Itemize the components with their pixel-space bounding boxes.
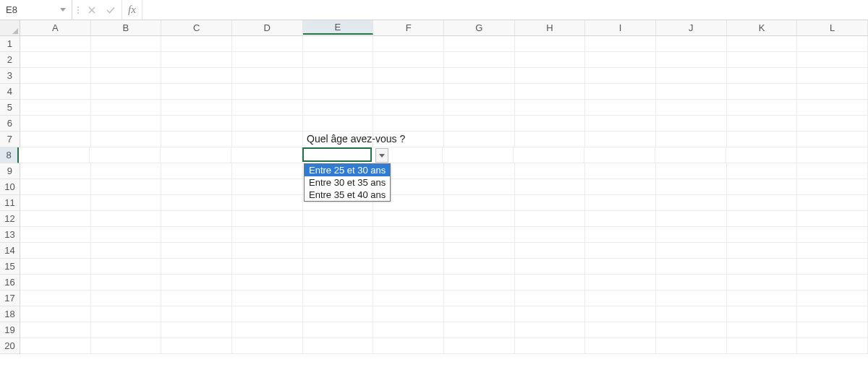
- row-header-14[interactable]: 14: [0, 243, 20, 259]
- row-header-15[interactable]: 15: [0, 259, 20, 275]
- cell-D3[interactable]: [232, 68, 303, 84]
- cell-I6[interactable]: [585, 116, 656, 132]
- column-header-c[interactable]: C: [161, 20, 232, 35]
- row-header-6[interactable]: 6: [0, 116, 20, 132]
- cell-E8[interactable]: [302, 147, 372, 162]
- cell-J16[interactable]: [656, 275, 727, 291]
- cell-A18[interactable]: [20, 306, 91, 322]
- cell-J4[interactable]: [656, 84, 727, 100]
- cell-G4[interactable]: [444, 84, 515, 100]
- cell-I18[interactable]: [585, 306, 656, 322]
- cell-G1[interactable]: [444, 36, 515, 52]
- cell-C11[interactable]: [161, 195, 232, 211]
- cell-D7[interactable]: [232, 132, 303, 147]
- cell-K8[interactable]: [726, 147, 797, 163]
- cell-I8[interactable]: [584, 147, 655, 163]
- cell-K20[interactable]: [727, 338, 798, 354]
- cell-L5[interactable]: [797, 100, 868, 116]
- cell-K6[interactable]: [727, 116, 798, 132]
- cell-K11[interactable]: [727, 195, 798, 211]
- cell-I10[interactable]: [585, 179, 656, 195]
- cell-C5[interactable]: [161, 100, 232, 116]
- dropdown-option-1[interactable]: Entre 30 et 35 ans: [305, 176, 390, 189]
- row-header-16[interactable]: 16: [0, 275, 20, 291]
- cell-G16[interactable]: [444, 275, 515, 291]
- cell-H8[interactable]: [514, 147, 584, 163]
- cell-A9[interactable]: [20, 163, 91, 179]
- cell-K7[interactable]: [727, 132, 798, 147]
- cell-I11[interactable]: [585, 195, 656, 211]
- cell-C15[interactable]: [161, 259, 232, 275]
- cell-A3[interactable]: [20, 68, 91, 84]
- cell-C1[interactable]: [161, 36, 232, 52]
- cell-D10[interactable]: [232, 179, 303, 195]
- cell-F3[interactable]: [373, 68, 444, 84]
- cell-J10[interactable]: [656, 179, 727, 195]
- cell-I2[interactable]: [585, 52, 656, 68]
- cell-F5[interactable]: [373, 100, 444, 116]
- cell-F14[interactable]: [373, 243, 444, 259]
- cell-D4[interactable]: [232, 84, 303, 100]
- column-header-d[interactable]: D: [232, 20, 303, 35]
- cell-I16[interactable]: [585, 275, 656, 291]
- cell-F20[interactable]: [373, 338, 444, 354]
- row-header-12[interactable]: 12: [0, 211, 20, 227]
- cell-C16[interactable]: [161, 275, 232, 291]
- cell-C20[interactable]: [161, 338, 232, 354]
- cell-L2[interactable]: [797, 52, 868, 68]
- cell-G12[interactable]: [444, 211, 515, 227]
- row-header-1[interactable]: 1: [0, 36, 20, 52]
- cell-B6[interactable]: [91, 116, 162, 132]
- cell-C14[interactable]: [161, 243, 232, 259]
- cell-I14[interactable]: [585, 243, 656, 259]
- row-header-17[interactable]: 17: [0, 291, 20, 306]
- cell-A17[interactable]: [20, 291, 91, 306]
- cell-B15[interactable]: [91, 259, 162, 275]
- cell-G18[interactable]: [444, 306, 515, 322]
- cell-I20[interactable]: [585, 338, 656, 354]
- cell-D12[interactable]: [232, 211, 303, 227]
- cell-L18[interactable]: [797, 306, 868, 322]
- cell-I17[interactable]: [585, 291, 656, 306]
- cell-B7[interactable]: [91, 132, 162, 147]
- row-header-11[interactable]: 11: [0, 195, 20, 211]
- cell-B5[interactable]: [91, 100, 162, 116]
- cell-B16[interactable]: [91, 275, 162, 291]
- cell-A19[interactable]: [20, 322, 91, 338]
- cell-J19[interactable]: [656, 322, 727, 338]
- cell-K5[interactable]: [727, 100, 798, 116]
- cell-H14[interactable]: [515, 243, 586, 259]
- cell-G2[interactable]: [444, 52, 515, 68]
- cell-F16[interactable]: [373, 275, 444, 291]
- cell-L12[interactable]: [797, 211, 868, 227]
- cell-K14[interactable]: [727, 243, 798, 259]
- row-header-20[interactable]: 20: [0, 338, 20, 354]
- cell-F2[interactable]: [373, 52, 444, 68]
- cell-E15[interactable]: [303, 259, 374, 275]
- cell-D14[interactable]: [232, 243, 303, 259]
- cell-C2[interactable]: [161, 52, 232, 68]
- cell-D5[interactable]: [232, 100, 303, 116]
- cell-E20[interactable]: [303, 338, 374, 354]
- cell-F19[interactable]: [373, 322, 444, 338]
- cell-C9[interactable]: [161, 163, 232, 179]
- cell-E1[interactable]: [303, 36, 374, 52]
- fx-label[interactable]: fx: [122, 0, 142, 20]
- cell-D11[interactable]: [232, 195, 303, 211]
- cell-A16[interactable]: [20, 275, 91, 291]
- cell-I9[interactable]: [585, 163, 656, 179]
- cell-F12[interactable]: [373, 211, 444, 227]
- row-header-9[interactable]: 9: [0, 163, 20, 179]
- cell-B10[interactable]: [91, 179, 162, 195]
- cell-L16[interactable]: [797, 275, 868, 291]
- cell-B18[interactable]: [91, 306, 162, 322]
- cell-H13[interactable]: [515, 227, 586, 243]
- cell-B12[interactable]: [91, 211, 162, 227]
- cell-J9[interactable]: [656, 163, 727, 179]
- enter-button[interactable]: [103, 2, 119, 18]
- cell-C13[interactable]: [161, 227, 232, 243]
- cell-C4[interactable]: [161, 84, 232, 100]
- cell-H1[interactable]: [515, 36, 586, 52]
- cell-B8[interactable]: [90, 147, 161, 163]
- cell-C12[interactable]: [161, 211, 232, 227]
